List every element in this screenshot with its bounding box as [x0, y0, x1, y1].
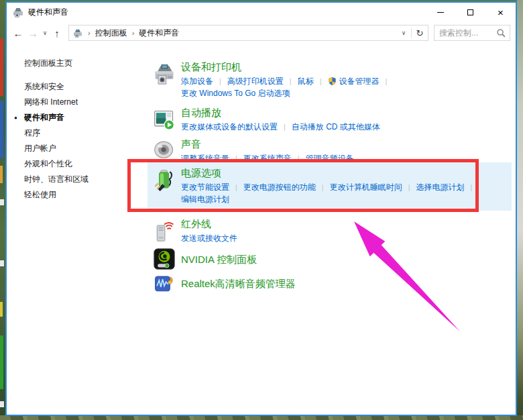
- task-link-edit-power-plan[interactable]: 编辑电源计划: [181, 193, 229, 205]
- section-title[interactable]: 电源选项: [181, 166, 478, 179]
- breadcrumb-separator: ›: [88, 29, 91, 37]
- link-separator: |: [320, 75, 322, 87]
- navigation-toolbar: ← → ∨ ↑ › 控制面板 › 硬件和声音 ∨ ↻: [7, 21, 516, 44]
- section-devices-and-printers: 设备和打印机 添加设备 | 高级打印机设置 | 鼠标 | 设备管理器: [148, 58, 512, 99]
- sidebar-item-system-security[interactable]: 系统和安全: [24, 79, 142, 95]
- address-tail: ∨ ↻: [396, 25, 428, 40]
- address-bar[interactable]: › 控制面板 › 硬件和声音 ∨ ↻: [68, 25, 428, 41]
- history-dropdown-icon[interactable]: ∨: [40, 30, 50, 36]
- minimize-icon: [437, 12, 444, 13]
- sidebar-item-clock-language[interactable]: 时钟、语言和区域: [24, 172, 142, 187]
- task-link-choose-power-plan[interactable]: 选择电源计划: [416, 181, 465, 193]
- task-link-add-device[interactable]: 添加设备: [181, 75, 213, 87]
- section-power-options: 电源选项 更改节能设置 | 更改电源按钮的功能 | 更改计算机睡眠时间 | 选择…: [148, 162, 512, 211]
- nvidia-icon: [153, 246, 176, 272]
- link-separator: |: [471, 181, 473, 193]
- task-links-row: 更改 Windows To Go 启动选项: [181, 87, 393, 99]
- desktop-icon-fragment: [0, 199, 4, 205]
- task-link-advanced-printer-setup[interactable]: 高级打印机设置: [227, 75, 284, 87]
- section-autoplay: 自动播放 更改媒体或设备的默认设置 | 自动播放 CD 或其他媒体: [148, 103, 512, 133]
- section-nvidia: NVIDIA 控制面板: [148, 246, 512, 272]
- uac-shield-icon: [328, 76, 337, 86]
- sidebar-item-hardware-sound[interactable]: ● 硬件和声音: [24, 110, 142, 125]
- section-title[interactable]: NVIDIA 控制面板: [181, 253, 257, 266]
- task-link-autoplay-cd[interactable]: 自动播放 CD 或其他媒体: [292, 121, 380, 133]
- sidebar-item-network-internet[interactable]: 网络和 Internet: [24, 95, 142, 110]
- section-title[interactable]: 红外线: [181, 217, 237, 230]
- sidebar-item-appearance[interactable]: 外观和个性化: [24, 156, 142, 172]
- task-link-windows-to-go[interactable]: 更改 Windows To Go 启动选项: [181, 87, 290, 99]
- desktop-icon-fragment: [0, 38, 3, 96]
- breadcrumb-separator: ›: [132, 29, 135, 37]
- sidebar-item-label: 网络和 Internet: [24, 97, 78, 107]
- task-link-change-power-saving[interactable]: 更改节能设置: [181, 181, 229, 193]
- maximize-icon: [467, 9, 473, 15]
- section-realtek: Realtek高清晰音频管理器: [148, 271, 512, 295]
- up-button[interactable]: ↑: [50, 28, 64, 39]
- realtek-icon: [153, 272, 176, 294]
- breadcrumb-control-panel[interactable]: 控制面板: [95, 28, 127, 39]
- task-links-row: 更改媒体或设备的默认设置 | 自动播放 CD 或其他媒体: [181, 121, 380, 133]
- close-button[interactable]: ×: [485, 3, 516, 21]
- power-options-icon: [153, 168, 176, 192]
- back-button[interactable]: ←: [11, 28, 25, 39]
- devices-and-printers-icon: [153, 62, 176, 86]
- breadcrumb-hardware-sound[interactable]: 硬件和声音: [139, 28, 179, 39]
- current-item-bullet-icon: ●: [14, 110, 17, 125]
- breadcrumb-printer-icon: [72, 29, 83, 38]
- section-body: 红外线 发送或接收文件: [181, 217, 237, 244]
- sidebar-item-label: 硬件和声音: [24, 113, 64, 122]
- task-links-row: 添加设备 | 高级打印机设置 | 鼠标 | 设备管理器 |: [181, 75, 393, 87]
- desktop-icon-fragment: [0, 401, 4, 407]
- main-panel: 设备和打印机 添加设备 | 高级打印机设置 | 鼠标 | 设备管理器: [142, 44, 516, 415]
- window-title: 硬件和声音: [28, 7, 68, 18]
- search-icon: [496, 28, 506, 38]
- window-controls: ×: [425, 3, 516, 21]
- sidebar-item-label: 外观和个性化: [24, 159, 72, 168]
- sidebar-item-home[interactable]: 控制面板主页: [24, 58, 142, 69]
- control-panel-window: 硬件和声音 × ← → ∨ ↑ › 控制面板 › 硬件和声音: [5, 1, 517, 416]
- search-input[interactable]: [439, 28, 496, 38]
- sound-icon: [153, 139, 176, 163]
- infrared-icon: [153, 219, 176, 243]
- section-sound: 声音 调整系统音量 | 更改系统声音 | 管理音频设备: [148, 135, 512, 164]
- sidebar-item-label: 系统和安全: [24, 82, 64, 91]
- desktop-icon-fragment: [0, 166, 3, 183]
- desktop-icon-fragment: [0, 335, 3, 389]
- minimize-button[interactable]: [425, 3, 455, 21]
- link-separator: |: [235, 181, 237, 193]
- sidebar-item-user-accounts[interactable]: 用户帐户: [24, 141, 142, 156]
- section-title[interactable]: 设备和打印机: [181, 60, 393, 73]
- section-title[interactable]: 声音: [181, 138, 354, 150]
- search-box[interactable]: [434, 25, 510, 41]
- link-separator: |: [408, 181, 410, 193]
- link-separator: |: [284, 121, 286, 133]
- section-body: 声音 调整系统音量 | 更改系统声音 | 管理音频设备: [181, 138, 354, 164]
- sidebar-item-programs[interactable]: 程序: [24, 125, 142, 141]
- section-body: 自动播放 更改媒体或设备的默认设置 | 自动播放 CD 或其他媒体: [181, 106, 380, 133]
- task-links-row: 发送或接收文件: [181, 232, 237, 244]
- section-body: 电源选项 更改节能设置 | 更改电源按钮的功能 | 更改计算机睡眠时间 | 选择…: [181, 166, 478, 211]
- sidebar-item-ease-of-access[interactable]: 轻松使用: [24, 187, 142, 203]
- sidebar-item-label: 轻松使用: [24, 190, 56, 199]
- link-separator: |: [322, 181, 324, 193]
- section-body: 设备和打印机 添加设备 | 高级打印机设置 | 鼠标 | 设备管理器: [181, 60, 393, 99]
- task-link-send-receive-files[interactable]: 发送或接收文件: [181, 232, 237, 244]
- task-link-change-sleep-time[interactable]: 更改计算机睡眠时间: [330, 181, 402, 193]
- task-link-power-button-function[interactable]: 更改电源按钮的功能: [243, 181, 316, 193]
- task-link-device-manager[interactable]: 设备管理器: [339, 75, 380, 87]
- section-title[interactable]: Realtek高清晰音频管理器: [181, 277, 296, 290]
- forward-button[interactable]: →: [25, 28, 40, 39]
- desktop-wallpaper-bottom: [0, 415, 523, 420]
- refresh-icon[interactable]: ↻: [412, 28, 428, 38]
- task-links-row: 更改节能设置 | 更改电源按钮的功能 | 更改计算机睡眠时间 | 选择电源计划 …: [181, 181, 478, 193]
- task-link-mouse[interactable]: 鼠标: [298, 75, 314, 87]
- task-links-row: 编辑电源计划: [181, 193, 478, 205]
- link-separator: |: [290, 75, 292, 87]
- address-dropdown-icon[interactable]: ∨: [396, 30, 411, 36]
- maximize-button[interactable]: [455, 3, 485, 21]
- task-link-change-default-media[interactable]: 更改媒体或设备的默认设置: [181, 121, 278, 133]
- titlebar: 硬件和声音 ×: [7, 3, 516, 21]
- content-area: 控制面板主页 系统和安全 网络和 Internet ● 硬件和声音 程序 用户帐…: [7, 44, 516, 415]
- section-title[interactable]: 自动播放: [181, 106, 380, 119]
